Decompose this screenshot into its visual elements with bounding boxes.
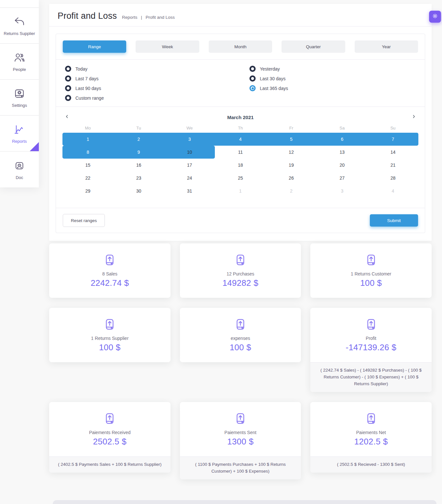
main-panel: Profit and Loss Reports | Profit and Los… bbox=[49, 4, 432, 241]
calendar-day[interactable]: 4 bbox=[368, 185, 418, 197]
metric-card-1-returns-supplier: 1 Returns Supplier100 $ bbox=[49, 308, 171, 362]
calendar-day[interactable]: 9 bbox=[113, 146, 164, 159]
calendar-day[interactable]: 21 bbox=[368, 159, 418, 172]
sidebar-item-people[interactable]: People bbox=[0, 44, 39, 80]
date-filter-card: RangeWeekMonthQuarterYear TodayLast 7 da… bbox=[56, 34, 425, 233]
calendar-day[interactable]: 12 bbox=[266, 146, 317, 159]
metric-label: expenses bbox=[231, 336, 250, 341]
radio-label: Today bbox=[75, 66, 87, 72]
calendar-day[interactable]: 8 bbox=[62, 146, 113, 159]
drive-upload-icon bbox=[102, 411, 117, 426]
calendar-day[interactable]: 11 bbox=[215, 146, 266, 159]
metric-value: 1300 $ bbox=[227, 437, 253, 447]
calendar-day[interactable]: 18 bbox=[215, 159, 266, 172]
radio-last-365-days[interactable]: Last 365 days bbox=[249, 85, 288, 92]
radio-label: Yesterday bbox=[260, 66, 280, 72]
calendar-day[interactable]: 1 bbox=[215, 185, 266, 197]
radio-label: Last 7 days bbox=[75, 76, 99, 81]
tab-week[interactable]: Week bbox=[136, 40, 199, 53]
metric-formula: ( 2242.74 $ Sales) - ( 149282 $ Purchase… bbox=[310, 362, 432, 392]
calendar-week-row: 15161718192021 bbox=[62, 159, 418, 172]
calendar-day[interactable]: 20 bbox=[317, 159, 368, 172]
calendar-day[interactable]: 1 bbox=[62, 133, 113, 146]
calendar-day[interactable]: 29 bbox=[62, 185, 113, 197]
metric-label: Paiements Sent bbox=[225, 430, 257, 435]
settings-drive-icon bbox=[13, 87, 26, 100]
tab-year[interactable]: Year bbox=[355, 40, 418, 53]
metric-card-12-purchases: 12 Purchases149282 $ bbox=[180, 243, 301, 298]
calendar-day[interactable]: 26 bbox=[266, 172, 317, 185]
metric-card-1-returns-customer: 1 Returns Customer100 $ bbox=[310, 243, 432, 298]
tab-quarter[interactable]: Quarter bbox=[282, 40, 345, 53]
radio-button-icon bbox=[249, 75, 256, 82]
metric-card-main: Paiements Net1202.5 $ bbox=[310, 402, 432, 456]
sidebar-item-label: People bbox=[13, 67, 26, 72]
calendar-day[interactable]: 30 bbox=[113, 185, 164, 197]
calendar-day[interactable]: 31 bbox=[164, 185, 215, 197]
sidebar-item-returns-supplier[interactable]: Returns Supplier bbox=[0, 8, 39, 44]
metric-card-expenses: expenses100 $ bbox=[180, 308, 301, 362]
calendar-week-row: 1234567 bbox=[62, 133, 418, 146]
calendar-day[interactable]: 7 bbox=[368, 133, 418, 146]
sidebar: Returns SupplierPeopleSettingsReportsDoc bbox=[0, 0, 39, 187]
settings-gear-button[interactable] bbox=[429, 11, 441, 23]
sidebar-item-reports[interactable]: Reports bbox=[0, 116, 39, 151]
page: Returns SupplierPeopleSettingsReportsDoc… bbox=[0, 0, 442, 504]
calendar-day[interactable]: 10 bbox=[164, 146, 215, 159]
calendar-day[interactable]: 24 bbox=[164, 172, 215, 185]
reset-ranges-button[interactable]: Reset ranges bbox=[63, 214, 105, 227]
metric-label: Profit bbox=[366, 336, 376, 341]
calendar-day[interactable]: 2 bbox=[266, 185, 317, 197]
sidebar-item-settings[interactable]: Settings bbox=[0, 80, 39, 116]
radio-last-7-days[interactable]: Last 7 days bbox=[65, 75, 249, 82]
radio-button-icon bbox=[65, 85, 71, 91]
calendar-next-button[interactable] bbox=[409, 113, 418, 122]
metric-value: -147139.26 $ bbox=[346, 342, 396, 353]
breadcrumb-section[interactable]: Reports bbox=[122, 15, 137, 20]
calendar-day[interactable]: 22 bbox=[62, 172, 113, 185]
calendar-day[interactable]: 2 bbox=[113, 133, 164, 146]
calendar-day[interactable]: 13 bbox=[317, 146, 368, 159]
drive-upload-icon bbox=[364, 411, 379, 426]
radio-last-30-days[interactable]: Last 30 days bbox=[249, 75, 288, 82]
filter-actions: Reset ranges Submit bbox=[56, 208, 425, 233]
calendar-day[interactable]: 16 bbox=[113, 159, 164, 172]
sidebar-item-label: Settings bbox=[12, 103, 27, 108]
weekday-label: Tu bbox=[113, 124, 164, 133]
calendar-day[interactable]: 23 bbox=[113, 172, 164, 185]
metric-formula: ( 2402.5 $ Payments Sales + 100 $ Return… bbox=[49, 456, 171, 473]
metric-card-main: Paiements Sent1300 $ bbox=[180, 402, 301, 456]
radio-today[interactable]: Today bbox=[65, 65, 249, 72]
radio-custom-range[interactable]: Custom range bbox=[65, 95, 249, 101]
calendar-prev-button[interactable] bbox=[62, 113, 72, 122]
radio-button-icon bbox=[65, 75, 71, 82]
radio-yesterday[interactable]: Yesterday bbox=[249, 65, 288, 72]
radio-label: Last 30 days bbox=[260, 76, 285, 81]
submit-button[interactable]: Submit bbox=[370, 214, 418, 227]
calendar-day[interactable]: 3 bbox=[317, 185, 368, 197]
metric-card-8-sales: 8 Sales2242.74 $ bbox=[49, 243, 171, 298]
calendar-day[interactable]: 25 bbox=[215, 172, 266, 185]
calendar-day[interactable]: 6 bbox=[317, 133, 368, 146]
calendar-day[interactable]: 15 bbox=[62, 159, 113, 172]
calendar-day[interactable]: 5 bbox=[266, 133, 317, 146]
tab-month[interactable]: Month bbox=[209, 40, 272, 53]
breadcrumb-page[interactable]: Profit and Loss bbox=[146, 15, 175, 20]
metric-card-profit: Profit-147139.26 $( 2242.74 $ Sales) - (… bbox=[310, 308, 432, 392]
drive-upload-icon bbox=[364, 317, 379, 332]
calendar-day[interactable]: 4 bbox=[215, 133, 266, 146]
drive-upload-icon bbox=[364, 252, 379, 267]
metric-card-paiements-received: Paiements Received2502.5 $( 2402.5 $ Pay… bbox=[49, 402, 171, 473]
tab-range[interactable]: Range bbox=[63, 40, 126, 53]
sidebar-item-doc[interactable]: Doc bbox=[0, 151, 39, 187]
metric-card-main: expenses100 $ bbox=[180, 308, 301, 362]
calendar-day[interactable]: 27 bbox=[317, 172, 368, 185]
calendar-day[interactable]: 19 bbox=[266, 159, 317, 172]
calendar-day[interactable]: 14 bbox=[368, 146, 418, 159]
sidebar-item-label: Doc bbox=[16, 175, 23, 180]
calendar-week-row: 22232425262728 bbox=[62, 172, 418, 185]
calendar-day[interactable]: 3 bbox=[164, 133, 215, 146]
radio-last-90-days[interactable]: Last 90 days bbox=[65, 85, 249, 92]
calendar-day[interactable]: 17 bbox=[164, 159, 215, 172]
calendar-day[interactable]: 28 bbox=[368, 172, 418, 185]
